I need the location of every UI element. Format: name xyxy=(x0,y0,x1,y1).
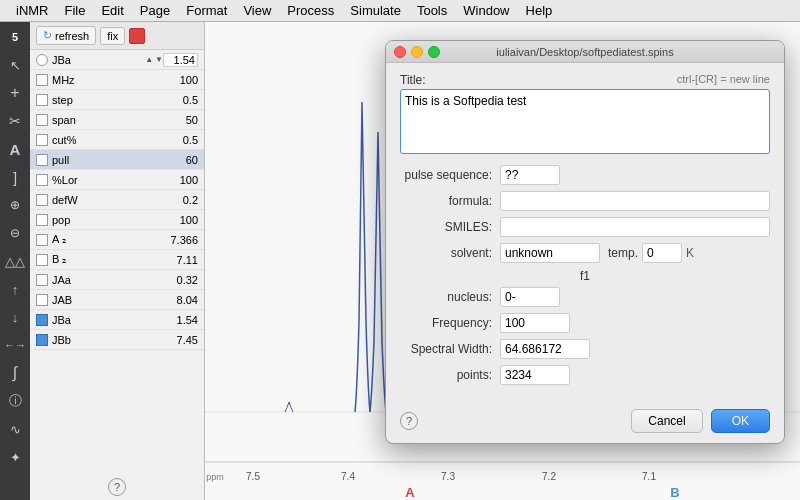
points-label: points: xyxy=(400,368,500,382)
left-toolbar: 5 ↖ + ✂ A ] ⊕ ⊖ △△ ↑ ↓ ←→ ∫ ⓘ ∿ ✦ xyxy=(0,22,30,500)
menu-help[interactable]: Help xyxy=(518,1,561,20)
dialog-help-button[interactable]: ? xyxy=(400,412,418,430)
step-checkbox[interactable] xyxy=(36,94,48,106)
pulse-sequence-row: pulse sequence: xyxy=(400,165,770,185)
params-toolbar: ↻ refresh fix xyxy=(30,22,204,50)
menu-view[interactable]: View xyxy=(235,1,279,20)
info-icon[interactable]: ⓘ xyxy=(4,390,26,412)
mhz-checkbox[interactable] xyxy=(36,74,48,86)
cut-checkbox[interactable] xyxy=(36,134,48,146)
menu-page[interactable]: Page xyxy=(132,1,178,20)
arrow-left-right-icon[interactable]: ←→ xyxy=(4,334,26,356)
pull-label: pull xyxy=(52,154,163,166)
nucleus-row: nucleus: xyxy=(400,287,770,307)
ok-button[interactable]: OK xyxy=(711,409,770,433)
zoom-fit-icon[interactable]: ⊕ xyxy=(4,194,26,216)
defw-label: defW xyxy=(52,194,163,206)
scissors-icon[interactable]: ✂ xyxy=(4,110,26,132)
arrow-up-icon[interactable]: ↑ xyxy=(4,278,26,300)
params-help-button[interactable]: ? xyxy=(108,478,126,496)
nucleus-input[interactable] xyxy=(500,287,560,307)
temp-input[interactable] xyxy=(642,243,682,263)
footer-buttons: Cancel OK xyxy=(631,409,770,433)
menu-process[interactable]: Process xyxy=(279,1,342,20)
jaa-label: JAa xyxy=(52,274,163,286)
jaa-value: 0.32 xyxy=(163,274,198,286)
a2-label: A ₂ xyxy=(52,233,163,246)
jba-radio-value[interactable]: 1.54 xyxy=(163,53,198,67)
jaa-checkbox[interactable] xyxy=(36,274,48,286)
jbb-label: JBb xyxy=(52,334,163,346)
menu-tools[interactable]: Tools xyxy=(409,1,455,20)
frequency-input[interactable] xyxy=(500,313,570,333)
refresh-button[interactable]: ↻ refresh xyxy=(36,26,96,45)
pulse-sequence-input[interactable] xyxy=(500,165,560,185)
b2-checkbox[interactable] xyxy=(36,254,48,266)
temp-unit: K xyxy=(686,246,694,260)
stop-button[interactable] xyxy=(129,28,145,44)
jba-radio-label: JBa xyxy=(52,54,145,66)
zoom-out-icon[interactable]: ⊖ xyxy=(4,222,26,244)
defw-checkbox[interactable] xyxy=(36,194,48,206)
span-checkbox[interactable] xyxy=(36,114,48,126)
close-button[interactable] xyxy=(394,46,406,58)
params-row-defw: defW 0.2 xyxy=(30,190,204,210)
temp-label: temp. xyxy=(608,246,638,260)
jab-checkbox[interactable] xyxy=(36,294,48,306)
jba2-value: 1.54 xyxy=(163,314,198,326)
jba-arrow-down[interactable]: ▼ xyxy=(155,55,163,64)
waveform-icon[interactable]: ∿ xyxy=(4,418,26,440)
mountain-icon[interactable]: △△ xyxy=(4,250,26,272)
formula-input[interactable] xyxy=(500,191,770,211)
spectrum-area: SOFTPEDIA 7.5 7.4 7.3 7 xyxy=(205,22,800,500)
a2-checkbox[interactable] xyxy=(36,234,48,246)
cancel-button[interactable]: Cancel xyxy=(631,409,702,433)
points-input[interactable] xyxy=(500,365,570,385)
arrow-down-icon[interactable]: ↓ xyxy=(4,306,26,328)
plus-icon[interactable]: + xyxy=(4,82,26,104)
dialog-title: iuliaivan/Desktop/softpediatest.spins xyxy=(496,46,673,58)
frequency-row: Frequency: xyxy=(400,313,770,333)
solvent-input[interactable] xyxy=(500,243,600,263)
lor-value: 100 xyxy=(163,174,198,186)
pop-checkbox[interactable] xyxy=(36,214,48,226)
main-container: 5 ↖ + ✂ A ] ⊕ ⊖ △△ ↑ ↓ ←→ ∫ ⓘ ∿ ✦ ↻ refr… xyxy=(0,22,800,500)
solvent-row: solvent: temp. K xyxy=(400,243,770,263)
help-symbol: ? xyxy=(406,415,412,427)
jba2-checkbox[interactable] xyxy=(36,314,48,326)
pop-label: pop xyxy=(52,214,163,226)
select-icon[interactable]: ↖ xyxy=(4,54,26,76)
title-textarea[interactable]: This is a Softpedia test xyxy=(400,89,770,154)
badge-button[interactable]: 5 xyxy=(4,26,26,48)
params-row-jbb: JBb 7.45 xyxy=(30,330,204,350)
jab-label: JAB xyxy=(52,294,163,306)
minimize-button[interactable] xyxy=(411,46,423,58)
menu-format[interactable]: Format xyxy=(178,1,235,20)
fix-button[interactable]: fix xyxy=(100,27,125,45)
smiles-row: SMILES: xyxy=(400,217,770,237)
jba-arrow-up[interactable]: ▲ xyxy=(145,55,153,64)
menu-window[interactable]: Window xyxy=(455,1,517,20)
a2-value: 7.366 xyxy=(163,234,198,246)
smiles-input[interactable] xyxy=(500,217,770,237)
lor-checkbox[interactable] xyxy=(36,174,48,186)
menu-edit[interactable]: Edit xyxy=(93,1,131,20)
jba-radio[interactable] xyxy=(36,54,48,66)
menu-file[interactable]: File xyxy=(57,1,94,20)
settings-icon[interactable]: ✦ xyxy=(4,446,26,468)
bracket-icon[interactable]: ] xyxy=(4,166,26,188)
menu-simulate[interactable]: Simulate xyxy=(342,1,409,20)
refresh-label: refresh xyxy=(55,30,89,42)
params-row-step: step 0.5 xyxy=(30,90,204,110)
text-a-icon[interactable]: A xyxy=(4,138,26,160)
points-row: points: xyxy=(400,365,770,385)
refresh-icon: ↻ xyxy=(43,29,52,42)
maximize-button[interactable] xyxy=(428,46,440,58)
jbb-checkbox[interactable] xyxy=(36,334,48,346)
integral-icon[interactable]: ∫ xyxy=(4,362,26,384)
menu-inmr[interactable]: iNMR xyxy=(8,1,57,20)
ok-label: OK xyxy=(732,414,749,428)
pull-checkbox[interactable] xyxy=(36,154,48,166)
params-row-pull: pull 60 xyxy=(30,150,204,170)
spectral-width-input[interactable] xyxy=(500,339,590,359)
